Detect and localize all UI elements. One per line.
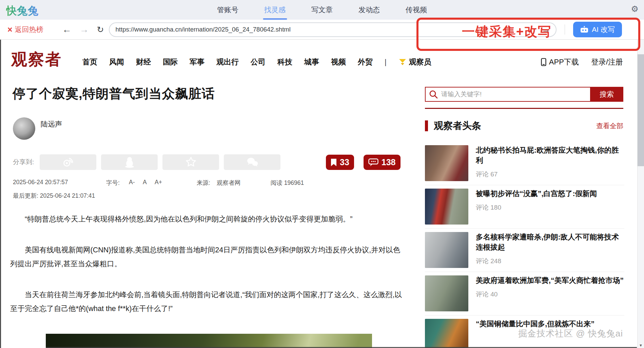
scrollbar-down-arrow[interactable]: ▼	[638, 343, 644, 347]
ai-rewrite-button[interactable]: AI 改写	[573, 22, 622, 37]
news-item[interactable]: 美政府逼着欧洲加军费,“美军火商忙着抢市场” 评论 40	[425, 272, 624, 315]
share-label: 分享到:	[13, 158, 34, 167]
app-tab[interactable]: 写文章	[311, 0, 333, 20]
headlines-title: 观察者头条	[434, 119, 481, 132]
app-tab-label: 管账号	[217, 5, 238, 15]
login-register-link[interactable]: 登录/注册	[591, 57, 623, 67]
qq-icon	[124, 156, 135, 168]
app-tab-label: 找灵感	[264, 5, 286, 15]
font-larger-button[interactable]: A+	[155, 179, 162, 186]
site-nav-item[interactable]: 城事	[304, 57, 319, 67]
window-left-edge	[0, 40, 1, 348]
app-tab[interactable]: 发动态	[358, 0, 380, 20]
screen: 快兔兔 管账号 找灵感 写文章 发动态 传视频	[0, 0, 644, 348]
site-nav-item[interactable]: 首页	[82, 57, 97, 67]
news-item-body: 北约秘书长拍马屁:欧洲答应大笔掏钱,你的胜利 评论 67	[476, 145, 624, 181]
member-link[interactable]: 观察员	[398, 57, 431, 67]
author-row: 陆远声	[13, 117, 62, 140]
news-item-comments: 评论 40	[476, 290, 624, 299]
news-item[interactable]: 北约秘书长拍马屁:欧洲答应大笔掏钱,你的胜利 评论 67	[425, 142, 624, 185]
search-icon	[426, 90, 441, 99]
sidebar-divider	[425, 108, 623, 109]
news-thumbnail	[425, 319, 468, 348]
news-item-title: 北约秘书长拍马屁:欧洲答应大笔掏钱,你的胜利	[476, 145, 624, 166]
comment-badge[interactable]: 138	[364, 155, 401, 170]
app-topbar: 快兔兔 管账号 找灵感 写文章 发动态 传视频	[0, 0, 644, 20]
site-nav-item[interactable]: 观出行	[216, 57, 239, 67]
site-nav-item[interactable]: 公司	[251, 57, 266, 67]
wechat-icon	[246, 157, 258, 168]
news-item[interactable]: 多名核科学家遭暗杀,伊朗:敌人不可能将技术连根拔起 评论 248	[425, 229, 624, 272]
article-body: “特朗普总统今天上午表现得格外愤怒,因为他在以色列和伊朗之间斡旋的停火协议似乎变…	[10, 212, 406, 333]
bookmark-count: 33	[340, 157, 349, 167]
site-nav-item[interactable]: 视频	[331, 57, 346, 67]
headlines-header: 观察者头条 查看全部	[425, 119, 623, 132]
phone-icon	[541, 58, 546, 66]
article-meta-row: 2025-06-24 20:57:57 字号: A- A A+ 来源: 观察者网…	[13, 179, 403, 187]
site-nav-item[interactable]: 科技	[277, 57, 292, 67]
news-item-comments: 评论 248	[476, 257, 624, 266]
scrollbar-thumb[interactable]	[638, 54, 644, 166]
app-logo: 快兔兔	[6, 4, 39, 18]
back-to-hotlist-button[interactable]: × 返回热榜	[7, 25, 43, 34]
ai-rewrite-label: AI 改写	[592, 25, 615, 34]
back-arrow-icon[interactable]: ←	[62, 24, 72, 35]
member-label: 观察员	[409, 57, 431, 67]
article-inline-image	[46, 334, 372, 348]
site-nav-item[interactable]: 国际	[163, 57, 178, 67]
app-tab[interactable]: 传视频	[406, 0, 427, 20]
news-item-title: 被曝初步评估“没赢”,白宫怒了:假新闻	[476, 189, 597, 199]
article-paragraph: “特朗普总统今天上午表现得格外愤怒,因为他在以色列和伊朗之间斡旋的停火协议似乎变…	[10, 212, 406, 226]
site-nav-items: 首页风闻财经国际军事观出行公司科技城事视频外贸	[82, 57, 373, 67]
refresh-icon[interactable]: ↻	[97, 25, 104, 35]
page-scrollbar[interactable]: ▼	[637, 40, 644, 348]
site-nav-item[interactable]: 财经	[136, 57, 151, 67]
share-qzone-button[interactable]	[162, 154, 219, 170]
publish-date: 2025-06-24 20:57:57	[13, 179, 68, 186]
site-nav-item[interactable]: 军事	[190, 57, 204, 67]
site-nav: 首页风闻财经国际军事观出行公司科技城事视频外贸 | 观察员	[82, 57, 431, 67]
font-size-label: 字号:	[106, 179, 120, 187]
share-wechat-button[interactable]	[224, 154, 280, 170]
comment-count: 138	[382, 157, 396, 167]
site-logo[interactable]: 观察者	[11, 49, 62, 70]
source-label: 来源:	[197, 179, 210, 187]
font-smaller-button[interactable]: A-	[129, 179, 135, 186]
forward-arrow-icon[interactable]: →	[80, 24, 89, 35]
author-avatar[interactable]	[13, 117, 35, 140]
app-tab-label: 写文章	[311, 5, 333, 15]
app-download-link[interactable]: APP下载	[541, 57, 579, 67]
app-download-label: APP下载	[549, 57, 579, 67]
app-tab[interactable]: 管账号	[217, 0, 238, 20]
font-normal-button[interactable]: A	[143, 179, 147, 186]
source-name[interactable]: 观察者网	[217, 179, 240, 187]
article-title: 停了个寂寞,特朗普气到当众飙脏话	[13, 85, 215, 102]
news-thumbnail	[425, 189, 468, 225]
app-tab[interactable]: 找灵感	[264, 0, 286, 20]
site-nav-item[interactable]: 外贸	[358, 57, 373, 67]
search-input[interactable]	[441, 88, 590, 101]
bookmark-icon	[331, 158, 337, 167]
article-paragraph: 当天在前往荷兰海牙参加北约峰会前,当着镜头面,特朗普向记者说道,“我们面对的这两…	[10, 288, 406, 316]
app-tab-label: 传视频	[406, 5, 427, 15]
read-count: 阅读 196961	[271, 179, 304, 187]
news-item[interactable]: 被曝初步评估“没赢”,白宫怒了:假新闻 评论 180	[425, 185, 624, 229]
toolbar-divider	[565, 24, 565, 35]
bookmark-badge[interactable]: 33	[326, 155, 354, 170]
close-icon: ×	[7, 25, 13, 34]
site-nav-item[interactable]: 风闻	[109, 57, 124, 67]
share-row: 分享到:	[13, 154, 285, 170]
news-item-body: 被曝初步评估“没赢”,白宫怒了:假新闻 评论 180	[476, 189, 597, 225]
member-badge-icon	[398, 59, 407, 65]
nav-divider: |	[385, 58, 387, 66]
view-all-link[interactable]: 查看全部	[596, 121, 623, 131]
news-item-comments: 评论 67	[476, 170, 624, 179]
share-weibo-button[interactable]	[40, 154, 96, 170]
news-item-body: 美政府逼着欧洲加军费,“美军火商忙着抢市场” 评论 40	[476, 275, 624, 311]
weibo-icon	[62, 157, 74, 167]
search-button[interactable]: 搜索	[590, 87, 623, 102]
share-qq-button[interactable]	[101, 154, 158, 170]
gear-icon[interactable]: ⚙	[631, 5, 639, 13]
author-name[interactable]: 陆远声	[41, 117, 62, 129]
news-thumbnail	[425, 275, 468, 311]
